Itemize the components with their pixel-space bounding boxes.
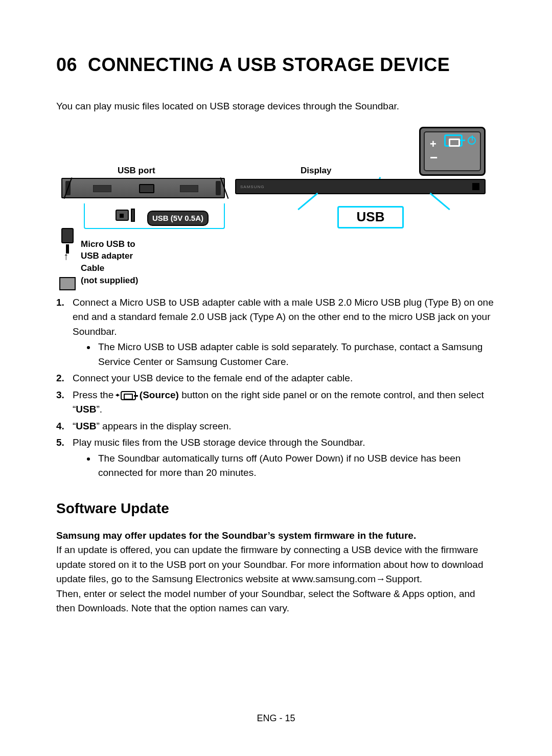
usb-port-zoom-callout: USB (5V 0.5A) [84,203,225,229]
minus-icon: − [430,155,438,160]
display-zoom-callout: USB [337,206,404,228]
micro-usb-jack-icon [116,210,129,221]
step-2: Connect your USB device to the female en… [56,371,496,386]
step-3: Press the (Source) button on the right s… [56,388,496,417]
step-1: Connect a Micro USB to USB adapter cable… [56,295,496,370]
software-update-lead: Samsung may offer updates for the Soundb… [56,529,496,543]
remote-control-figure: + − [419,127,486,176]
soundbar-front-figure: SAMSUNG [235,179,486,194]
adapter-cable-figure: ↑ Micro USB to USB adapter Cable (not su… [56,228,158,294]
instruction-list: Connect a Micro USB to USB adapter cable… [56,295,496,480]
cable-annotation: Micro USB to USB adapter Cable (not supp… [81,238,158,287]
usb-port-badge: USB (5V 0.5A) [147,211,209,226]
software-update-p1: If an update is offered, you can update … [56,543,496,587]
display-label: Display [301,164,331,177]
source-icon [121,391,136,400]
intro-text: You can play music files located on USB … [56,99,496,114]
usb-a-jack-icon [59,277,76,290]
micro-usb-plug-icon [61,228,74,243]
section-title: 06 CONNECTING A USB STORAGE DEVICE [56,51,496,79]
section-number: 06 [56,54,77,75]
step-1-note: The Micro USB to USB adapter cable is so… [96,340,496,369]
step-5-note: The Soundbar automatically turns off (Au… [96,451,496,480]
arrow-up-icon: ↑ [63,248,68,264]
step-4: “USB” appears in the display screen. [56,419,496,434]
connection-diagram: USB port Display USB (5V 0.5A) ↑ Micro U… [56,127,496,290]
soundbar-rear-panel [61,178,225,198]
power-icon [468,136,476,145]
usb-port-label: USB port [118,164,155,177]
source-button-icon [444,134,463,147]
software-update-heading: Software Update [56,498,496,519]
page-footer: ENG - 15 [0,712,552,725]
source-arrows-icon [117,391,121,400]
step-5: Play music files from the USB storage de… [56,436,496,480]
software-update-p2: Then, enter or select the model number o… [56,587,496,616]
section-title-text: CONNECTING A USB STORAGE DEVICE [88,54,450,75]
